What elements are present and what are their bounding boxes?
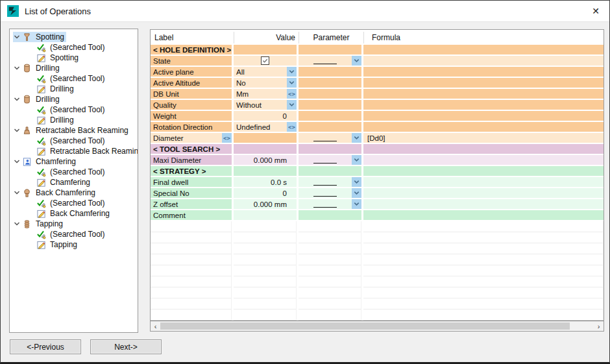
tree-item-searched-tool[interactable]: (Searched Tool): [36, 42, 107, 53]
parameter-placeholder[interactable]: [313, 57, 337, 64]
tree-item-spotting[interactable]: Spotting: [13, 32, 66, 42]
label-cell: Active plane: [151, 67, 232, 77]
tree-item-drilling[interactable]: Drilling: [36, 115, 76, 125]
tree-item-chamfering[interactable]: Chamfering: [13, 156, 78, 167]
value-cell[interactable]: All: [234, 67, 297, 77]
tree-item-spotting[interactable]: Spotting: [36, 53, 80, 63]
tree-item-back-chamfering[interactable]: Back Chamfering: [36, 208, 112, 219]
formula-cell[interactable]: [363, 188, 604, 198]
chevron-down-icon[interactable]: [13, 158, 22, 165]
parameter-cell[interactable]: [299, 210, 361, 220]
spinner-icon[interactable]: <>: [287, 122, 297, 132]
tree-item-searched-tool[interactable]: (Searched Tool): [36, 198, 107, 208]
formula-cell[interactable]: [363, 122, 604, 132]
parameter-cell[interactable]: [299, 100, 361, 110]
dropdown-arrow-icon[interactable]: [352, 155, 361, 165]
value-cell[interactable]: [234, 210, 297, 220]
chevron-down-icon[interactable]: [13, 64, 22, 72]
parameter-placeholder[interactable]: [313, 178, 337, 186]
parameter-cell[interactable]: [299, 78, 361, 88]
parameter-placeholder[interactable]: [313, 134, 337, 141]
chevron-down-icon[interactable]: [13, 95, 22, 103]
dropdown-arrow-icon[interactable]: [352, 177, 361, 187]
value-cell[interactable]: Without: [234, 100, 297, 110]
tree-item-searched-tool[interactable]: (Searched Tool): [36, 136, 107, 146]
tree-item-drilling[interactable]: Drilling: [36, 84, 76, 94]
close-button[interactable]: ✕: [587, 6, 604, 16]
tree-item-drilling[interactable]: Drilling: [13, 63, 62, 73]
dropdown-arrow-icon[interactable]: [287, 100, 297, 110]
dropdown-arrow-icon[interactable]: [287, 67, 297, 77]
formula-cell[interactable]: [363, 111, 604, 121]
formula-cell[interactable]: [363, 199, 604, 209]
operations-tree: Spotting(Searched Tool)SpottingDrilling(…: [9, 29, 138, 333]
parameter-cell[interactable]: [299, 89, 361, 99]
value-cell[interactable]: [234, 56, 297, 66]
tree-item-back-chamfering[interactable]: Back Chamfering: [13, 188, 97, 198]
tree-item-searched-tool[interactable]: (Searched Tool): [36, 104, 107, 115]
formula-cell[interactable]: [363, 177, 604, 187]
tree-item-drilling[interactable]: Drilling: [13, 94, 62, 104]
dropdown-arrow-icon[interactable]: [352, 56, 361, 66]
previous-button[interactable]: <-Previous: [10, 339, 81, 354]
empty-cell: [299, 298, 361, 309]
table-header-row: Label Value Parameter Formula: [151, 30, 604, 45]
dropdown-arrow-icon[interactable]: [287, 78, 297, 88]
formula-cell[interactable]: [363, 155, 604, 165]
chevron-down-icon[interactable]: [13, 220, 22, 228]
value-cell[interactable]: No: [234, 78, 297, 88]
parameter-cell[interactable]: [299, 199, 361, 209]
edit-operation-icon: [36, 115, 47, 125]
next-button[interactable]: Next->: [90, 339, 162, 354]
tree-item-searched-tool[interactable]: (Searched Tool): [36, 167, 107, 177]
value-cell[interactable]: 0.000 mm: [234, 155, 297, 165]
spinner-icon[interactable]: <>: [287, 89, 297, 99]
tree-item-chamfering[interactable]: Chamfering: [36, 177, 92, 188]
dropdown-arrow-icon[interactable]: [352, 133, 361, 143]
parameter-cell[interactable]: [299, 56, 361, 66]
value-cell[interactable]: 0: [234, 188, 297, 198]
parameter-placeholder[interactable]: [313, 200, 337, 208]
formula-cell[interactable]: [363, 210, 604, 220]
parameter-cell[interactable]: [299, 67, 361, 77]
value-cell[interactable]: 0: [234, 111, 297, 121]
dropdown-arrow-icon[interactable]: [352, 188, 361, 198]
formula-cell[interactable]: [363, 89, 604, 99]
chevron-down-icon[interactable]: [13, 189, 22, 197]
scroll-left-icon[interactable]: ‹: [151, 321, 160, 331]
empty-cell: [363, 287, 604, 298]
tree-item-searched-tool[interactable]: (Searched Tool): [36, 229, 107, 239]
formula-cell[interactable]: [363, 100, 604, 110]
tree-item-tapping[interactable]: Tapping: [36, 239, 79, 250]
formula-cell[interactable]: [Dd0]: [363, 133, 604, 143]
formula-cell[interactable]: [363, 56, 604, 66]
parameter-cell[interactable]: [299, 133, 361, 143]
tree-item-tapping[interactable]: Tapping: [13, 219, 65, 229]
chevron-down-icon[interactable]: [13, 33, 22, 41]
value-cell[interactable]: 0.000 mm: [234, 199, 297, 209]
scroll-right-icon[interactable]: ›: [594, 321, 604, 331]
parameter-placeholder[interactable]: [313, 189, 337, 197]
value-cell[interactable]: [234, 133, 297, 143]
table-row-weight: Weight0: [151, 111, 604, 122]
parameter-cell[interactable]: [299, 122, 361, 132]
horizontal-scrollbar[interactable]: ‹ ›: [151, 321, 604, 331]
value-cell[interactable]: Mm<>: [234, 89, 297, 99]
tree-item-retractable-back-reaming[interactable]: Retractable Back Reaming: [13, 125, 130, 136]
tree-item-searched-tool[interactable]: (Searched Tool): [36, 73, 107, 84]
dropdown-arrow-icon[interactable]: [352, 199, 361, 209]
scrollbar-thumb[interactable]: [160, 322, 570, 330]
parameter-cell[interactable]: [299, 155, 361, 165]
tree-item-retractable-back-reaming[interactable]: Retractable Back Reaming: [36, 146, 138, 156]
value-cell[interactable]: Undefined<>: [234, 122, 297, 132]
formula-cell[interactable]: [363, 67, 604, 77]
parameter-cell[interactable]: [299, 177, 361, 187]
parameter-cell[interactable]: [299, 111, 361, 121]
spinner-icon[interactable]: <>: [222, 133, 232, 143]
value-cell[interactable]: 0.0 s: [234, 177, 297, 187]
parameter-cell[interactable]: [299, 188, 361, 198]
chevron-down-icon[interactable]: [13, 127, 22, 134]
formula-cell[interactable]: [363, 78, 604, 88]
parameter-placeholder[interactable]: [313, 156, 337, 164]
state-checkbox[interactable]: [261, 56, 269, 65]
